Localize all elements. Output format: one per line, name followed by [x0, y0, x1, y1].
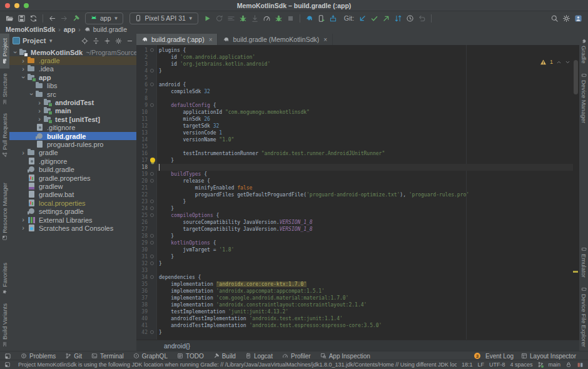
- code-line-29[interactable]: 29 kotlinOptions {: [136, 240, 573, 246]
- code-line-41[interactable]: 41 androidTestImplementation 'androidx.t…: [136, 322, 573, 329]
- code-line-3[interactable]: 3 id 'org.jetbrains.kotlin.android': [136, 61, 573, 68]
- tool-stripe-button-build-variants[interactable]: Build Variants: [0, 299, 9, 351]
- sync-gradle-icon[interactable]: [303, 13, 315, 24]
- breadcrumb-item[interactable]: app: [64, 26, 76, 33]
- project-panel-title[interactable]: Project: [23, 37, 46, 44]
- attach-debugger-icon[interactable]: [249, 13, 261, 24]
- fold-marker-icon[interactable]: [150, 179, 154, 183]
- chevron-icon[interactable]: ›: [19, 216, 27, 223]
- gear-icon[interactable]: [115, 38, 122, 44]
- profile-app-icon[interactable]: [273, 13, 285, 24]
- apply-changes-icon[interactable]: [213, 13, 225, 24]
- tool-window-button-todo[interactable]: TODO: [177, 353, 204, 360]
- git-history-icon[interactable]: [404, 13, 416, 24]
- code-line-34[interactable]: 34dependencies {: [136, 274, 573, 281]
- tool-stripe-button-structure[interactable]: Structure: [0, 69, 9, 109]
- chevron-icon[interactable]: ›: [36, 116, 43, 123]
- stop-icon[interactable]: [285, 13, 297, 24]
- code-line-14[interactable]: 14 versionName "1.0": [136, 136, 573, 143]
- code-line-39[interactable]: 39 testImplementation 'junit:junit:4.13.…: [136, 308, 573, 315]
- code-line-8[interactable]: 8: [136, 95, 573, 102]
- tool-stripe-button-favorites[interactable]: Favorites: [0, 258, 9, 299]
- code-line-15[interactable]: 15: [136, 143, 573, 150]
- apply-code-changes-icon[interactable]: [225, 13, 237, 24]
- code-line-5[interactable]: 5: [136, 74, 573, 81]
- tool-stripe-button-device-manager[interactable]: Device Manager: [579, 68, 588, 128]
- chevron-icon[interactable]: ›: [20, 74, 27, 81]
- fold-marker-icon[interactable]: [150, 255, 154, 258]
- tree-item-libs[interactable]: libs: [9, 82, 136, 90]
- code-with-me-icon[interactable]: [577, 361, 584, 368]
- tool-stripe-button-pull-requests[interactable]: Pull Requests: [0, 109, 9, 162]
- save-all-icon[interactable]: [16, 13, 28, 24]
- tool-window-switcher-icon[interactable]: [4, 361, 11, 368]
- tree-item-test-unittest-[interactable]: ›test [unitTest]: [9, 115, 136, 123]
- chevron-icon[interactable]: ›: [19, 66, 27, 73]
- target-icon[interactable]: [81, 38, 88, 44]
- run-config-select[interactable]: app▼: [85, 13, 123, 24]
- fold-marker-icon[interactable]: [150, 206, 154, 210]
- code-line-22[interactable]: 22 proguardFiles getDefaultProguardFile(…: [136, 191, 573, 198]
- ide-settings-icon[interactable]: [560, 13, 572, 24]
- code-line-12[interactable]: 12 targetSdk 32: [136, 123, 573, 129]
- code-line-40[interactable]: 40 androidTestImplementation 'androidx.t…: [136, 315, 573, 322]
- fold-marker-icon[interactable]: [150, 261, 154, 265]
- fold-marker-icon[interactable]: [150, 234, 154, 238]
- inspection-widget[interactable]: 1: [540, 59, 570, 66]
- tool-window-button-terminal[interactable]: Terminal: [91, 353, 124, 360]
- tool-window-button-graphql[interactable]: GraphQL: [133, 353, 168, 360]
- hide-panel-icon[interactable]: [126, 38, 133, 44]
- fold-marker-icon[interactable]: [150, 275, 154, 279]
- tool-window-button-layout-inspector[interactable]: Layout Inspector: [521, 353, 576, 360]
- tree-item-local-properties[interactable]: local.properties: [9, 199, 136, 207]
- prev-problem-icon[interactable]: [556, 59, 562, 65]
- code-line-38[interactable]: 38 implementation 'androidx.constraintla…: [136, 301, 573, 308]
- fold-marker-icon[interactable]: [150, 69, 154, 73]
- lock-icon[interactable]: [565, 361, 572, 368]
- open-project-icon[interactable]: [4, 13, 16, 24]
- tree-item-scratches-and-consoles[interactable]: ›Scratches and Consoles: [9, 224, 136, 232]
- chevron-icon[interactable]: ›: [36, 99, 43, 106]
- code-line-27[interactable]: 27 targetCompatibility JavaVersion.VERSI…: [136, 226, 573, 233]
- code-line-21[interactable]: 21 minifyEnabled false: [136, 184, 573, 191]
- code-line-7[interactable]: 7 compileSdk 32: [136, 88, 573, 95]
- debug-icon[interactable]: [237, 13, 249, 24]
- editor-scrollbar[interactable]: [574, 60, 578, 94]
- device-select[interactable]: Pixel 5 API 31▼: [129, 13, 198, 24]
- tree-item--gitignore[interactable]: .gitignore: [9, 124, 136, 132]
- tree-item-gradlew-bat[interactable]: gradlew.bat: [9, 191, 136, 199]
- scope-breadcrumb[interactable]: android{}: [164, 342, 190, 350]
- code-line-10[interactable]: 10 applicationId "com.mogumogu.memokotli…: [136, 109, 573, 116]
- chevron-icon[interactable]: ›: [28, 91, 35, 98]
- tree-item-external-libraries[interactable]: ›External Libraries: [9, 216, 136, 224]
- warning-stripe-mark[interactable]: [573, 271, 578, 273]
- device-manager-icon[interactable]: [315, 13, 327, 24]
- fold-marker-icon[interactable]: [150, 83, 154, 86]
- tool-window-button-build[interactable]: Build: [213, 353, 236, 360]
- chevron-icon[interactable]: ›: [19, 149, 27, 156]
- close-tab-icon[interactable]: ×: [209, 36, 213, 43]
- expand-all-icon[interactable]: [93, 38, 99, 44]
- git-push-icon[interactable]: [380, 13, 392, 24]
- status-message[interactable]: Project MemoKotlinSdk is using the follo…: [18, 361, 457, 368]
- git-compare-icon[interactable]: [392, 13, 404, 24]
- code-line-26[interactable]: 26 sourceCompatibility JavaVersion.VERSI…: [136, 219, 573, 226]
- editor-tab-build-gradle-memokotlinsdk-[interactable]: build.gradle (MemoKotlinSdk)×: [218, 34, 333, 45]
- caret-position[interactable]: 18:1: [462, 361, 473, 368]
- breadcrumb-item[interactable]: MemoKotlinSdk: [6, 26, 55, 33]
- fold-marker-icon[interactable]: [150, 241, 154, 245]
- code-line-4[interactable]: 4}: [136, 68, 573, 74]
- code-line-32[interactable]: 32}: [136, 260, 573, 267]
- tool-window-button-event-log[interactable]: 3Event Log: [474, 353, 514, 360]
- code-line-37[interactable]: 37 implementation 'com.google.android.ma…: [136, 295, 573, 301]
- code-line-13[interactable]: 13 versionCode 1: [136, 129, 573, 136]
- git-commit-icon[interactable]: [368, 13, 380, 24]
- tree-item--gitignore[interactable]: .gitignore: [9, 157, 136, 165]
- tree-item-gradle-properties[interactable]: gradle.properties: [9, 174, 136, 182]
- close-window-button[interactable]: [5, 3, 10, 8]
- collapse-all-icon[interactable]: [104, 38, 111, 44]
- code-line-31[interactable]: 31 }: [136, 253, 573, 260]
- back-icon[interactable]: [46, 13, 58, 24]
- code-line-20[interactable]: 20 release {: [136, 178, 573, 184]
- tree-item-build-gradle[interactable]: build.gradle: [9, 132, 136, 140]
